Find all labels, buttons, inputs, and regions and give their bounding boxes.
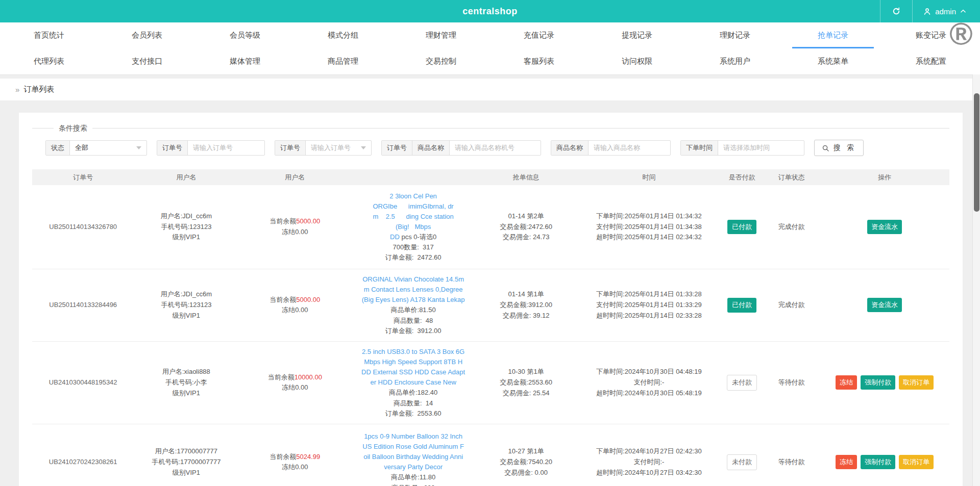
frozen-line: 冻结0.00 (239, 227, 350, 238)
nav-item-首页统计[interactable]: 首页统计 (0, 22, 98, 48)
product-title-link[interactable]: US Edition Rose Gold Aluminum F (362, 443, 464, 450)
user-line: 级别VIP1 (135, 311, 237, 321)
nav-item-充值记录[interactable]: 充值记录 (490, 22, 588, 48)
search-fieldset-legend: 条件搜索 (54, 124, 92, 133)
filter-group-0: 状态全部 (45, 140, 147, 156)
product-line: m Contact Lens Lenses 0,Degree (352, 285, 474, 295)
product-title-link[interactable]: oil Balloon Birthday Wedding Anni (363, 453, 463, 461)
product-title-link[interactable]: ORGIbe imimGIbrnal, dr (373, 202, 454, 210)
search-button[interactable]: 搜 索 (814, 140, 864, 156)
grab-info-cell: 01-14 第1单交易金额:3912.00交易佣金: 39.12 (475, 284, 577, 326)
nav-item-会员列表[interactable]: 会员列表 (98, 22, 196, 48)
product-title-link[interactable]: versary Party Decor (384, 463, 443, 471)
refresh-button[interactable] (880, 0, 912, 22)
filter-input[interactable]: 请输入商品名称机号 (450, 141, 541, 155)
action-button-取消订单[interactable]: 取消订单 (899, 375, 934, 390)
product-title-link[interactable]: m 2.5 ding Cce station (373, 213, 453, 220)
nav-item-系统配置[interactable]: 系统配置 (882, 48, 980, 74)
paid-cell: 已付款 (721, 215, 763, 240)
product-cell: ORGINAL Vivian Chocolate 14.5mm Contact … (351, 269, 475, 341)
product-title-link[interactable]: er HDD Enclosure Case New (370, 378, 456, 386)
product-line: (Big! Mbps (352, 222, 474, 232)
action-button-资金流水[interactable]: 资金流水 (867, 298, 902, 312)
product-title-link[interactable]: DD External SSD HDD Case Adapt (361, 368, 465, 376)
balance-amount: 5000.00 (296, 296, 320, 303)
nav-item-支付接口[interactable]: 支付接口 (98, 48, 196, 74)
nav-item-系统用户[interactable]: 系统用户 (686, 48, 784, 74)
product-detail-text: pcs 0-请选0 (401, 233, 436, 241)
user-line: 手机号码:123123 (135, 222, 237, 233)
filter-row: 状态全部订单号请输入订单号订单号请输入订单号订单号商品名称请输入商品名称机号商品… (32, 140, 949, 156)
product-line: 商品数量: 620 (352, 483, 474, 486)
product-title-link[interactable]: 1pcs 0-9 Number Balloon 32 Inch (364, 432, 462, 440)
product-line: 订单金额: 2553.60 (352, 408, 474, 419)
filter-input-placeholder: 请输入商品名称 (594, 143, 640, 152)
filter-group-3: 订单号商品名称请输入商品名称机号 (381, 140, 541, 156)
paid-status-badge: 已付款 (727, 220, 756, 235)
filter-label: 商品名称 (412, 141, 450, 155)
nav-item-系统菜单[interactable]: 系统菜单 (784, 48, 882, 74)
action-button-取消订单[interactable]: 取消订单 (899, 455, 934, 469)
table-row: UB2410300448195342用户名:xiaoli888手机号码:小李级别… (32, 342, 949, 424)
balance-label: 当前余额 (270, 296, 296, 303)
nav-item-理财记录[interactable]: 理财记录 (686, 22, 784, 48)
filter-input[interactable]: 请输入订单号 (188, 141, 264, 155)
product-cell: 1pcs 0-9 Number Balloon 32 InchUS Editio… (351, 426, 475, 486)
user-icon (923, 7, 932, 16)
app-title: centralshop (462, 6, 518, 17)
filter-select-placeholder: 请输入订单号 (311, 143, 351, 152)
table-header-row: 订单号用户名用户名抢单信息时间是否付款订单状态操作 (32, 169, 949, 185)
product-line: 商品数量: 48 (352, 316, 474, 326)
vertical-scrollbar[interactable] (972, 74, 980, 486)
action-button-冻结[interactable]: 冻结 (836, 455, 857, 469)
order-number: UB2501140134326780 (32, 217, 134, 238)
filter-input[interactable]: 请选择添加时间 (718, 141, 804, 155)
filter-select[interactable]: 全部 (70, 141, 146, 155)
product-title-link[interactable]: Mbps High Speed Support 8TB H (364, 358, 462, 366)
username: admin (935, 7, 956, 16)
product-title-link[interactable]: 2 3loon Cel Pen (389, 192, 437, 200)
balance-line: 当前余额5024.99 (239, 452, 350, 463)
nav-item-客服列表[interactable]: 客服列表 (490, 48, 588, 74)
column-header: 订单号 (32, 173, 134, 182)
paid-status-badge: 未付款 (727, 375, 757, 391)
nav-item-代理列表[interactable]: 代理列表 (0, 48, 98, 74)
nav-item-商品管理[interactable]: 商品管理 (294, 48, 392, 74)
product-cell: 2.5 inch USB3.0 to SATA 3 Box 6GMbps Hig… (351, 342, 475, 424)
scrollbar-thumb[interactable] (974, 93, 979, 212)
product-title-link[interactable]: ORGINAL Vivian Chocolate 14.5m (362, 275, 464, 283)
action-button-冻结[interactable]: 冻结 (836, 375, 857, 390)
filter-input[interactable]: 请输入商品名称 (589, 141, 670, 155)
nav-item-访问权限[interactable]: 访问权限 (588, 48, 686, 74)
action-button-强制付款[interactable]: 强制付款 (861, 455, 895, 469)
nav-item-提现记录[interactable]: 提现记录 (588, 22, 686, 48)
filter-input-placeholder: 请输入订单号 (193, 143, 233, 152)
user-line: 手机号码:17700007777 (135, 457, 237, 468)
nav-item-交易控制[interactable]: 交易控制 (392, 48, 490, 74)
product-line: US Edition Rose Gold Aluminum F (352, 442, 474, 452)
nav-item-抢单记录[interactable]: 抢单记录 (784, 22, 882, 48)
grab-line: 交易金额:2553.60 (476, 377, 576, 388)
action-button-资金流水[interactable]: 资金流水 (867, 220, 902, 234)
product-title-link[interactable]: DD (390, 233, 401, 241)
order-status: 等待付款 (763, 372, 820, 393)
user-line: 级别VIP1 (135, 388, 237, 399)
nav-item-理财管理[interactable]: 理财管理 (392, 22, 490, 48)
table-body: UB2501140134326780用户名:JDI_cc6m手机号码:12312… (32, 185, 949, 486)
product-detail-text: 商品数量: 14 (394, 399, 433, 407)
nav-item-会员等级[interactable]: 会员等级 (196, 22, 294, 48)
product-title-link[interactable]: (Big Eyes Lens) A178 Kanta Lekap (362, 296, 465, 303)
product-title-link[interactable]: 2.5 inch USB3.0 to SATA 3 Box 6G (362, 348, 464, 355)
nav-item-媒体管理[interactable]: 媒体管理 (196, 48, 294, 74)
search-button-label: 搜 索 (834, 143, 856, 152)
action-button-强制付款[interactable]: 强制付款 (861, 375, 895, 390)
nav-row-1: 首页统计会员列表会员等级模式分组理财管理充值记录提现记录理财记录抢单记录账变记录 (0, 22, 980, 48)
filter-select[interactable]: 请输入订单号 (306, 141, 371, 155)
product-title-link[interactable]: (Big! Mbps (396, 223, 431, 231)
frozen-line: 冻结0.00 (239, 305, 350, 316)
filter-input-placeholder: 请输入商品名称机号 (455, 143, 514, 152)
product-title-link[interactable]: m Contact Lens Lenses 0,Degree (364, 286, 463, 293)
paid-cell: 已付款 (721, 293, 763, 318)
nav-item-模式分组[interactable]: 模式分组 (294, 22, 392, 48)
page-title: 订单列表 (23, 85, 54, 94)
